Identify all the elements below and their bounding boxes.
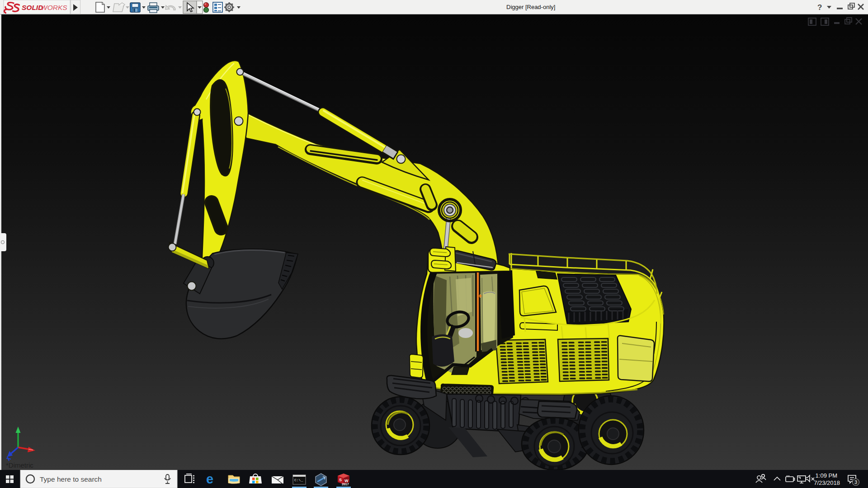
svg-text:Type here to search: Type here to search — [40, 475, 102, 483]
svg-text:*Dimetric: *Dimetric — [6, 461, 33, 469]
svg-text:C:\_: C:\_ — [294, 478, 303, 482]
svg-text:S: S — [339, 478, 342, 482]
svg-text:?: ? — [817, 3, 822, 12]
svg-text:Digger [Read-only]: Digger [Read-only] — [506, 4, 555, 10]
svg-text:3: 3 — [854, 479, 857, 485]
svg-text:SOLID: SOLID — [22, 4, 43, 11]
svg-text:7/23/2018: 7/23/2018 — [814, 479, 840, 486]
svg-text:e: e — [206, 472, 213, 486]
svg-text:1:09 PM: 1:09 PM — [816, 472, 837, 479]
svg-text:2017: 2017 — [342, 483, 349, 486]
svg-text:WORKS: WORKS — [41, 4, 67, 11]
